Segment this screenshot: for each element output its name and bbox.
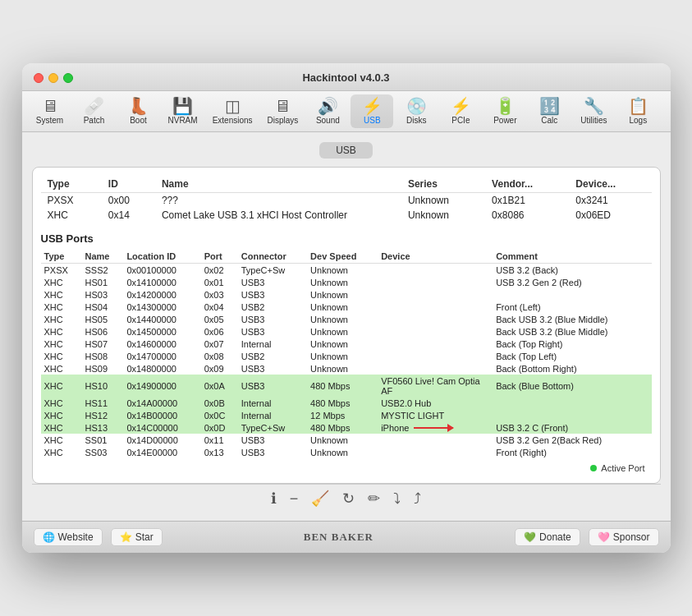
table-row[interactable]: PXSX0x00???Unknown0x1B210x3241 bbox=[41, 193, 652, 209]
refresh-button[interactable]: ↻ bbox=[342, 490, 355, 508]
app-window: Hackintool v4.0.3 🖥 System 🩹 Patch 👢 Boo… bbox=[22, 63, 671, 553]
col-vendor: Vendor... bbox=[485, 176, 569, 193]
minimize-button[interactable] bbox=[48, 73, 58, 83]
list-item[interactable]: XHCHS080x147000000x08USB2UnknownBack (To… bbox=[41, 350, 652, 362]
active-port-label: Active Port bbox=[601, 463, 644, 473]
footer-right: 💚 Donate 🩷 Sponsor bbox=[515, 528, 658, 546]
col-series: Series bbox=[401, 176, 485, 193]
calc-icon: 🔢 bbox=[539, 98, 560, 114]
toolbar: 🖥 System 🩹 Patch 👢 Boot 💾 NVRAM ◫ Extens… bbox=[22, 91, 671, 132]
info-button[interactable]: ℹ bbox=[271, 490, 277, 508]
nvram-icon: 💾 bbox=[172, 98, 193, 114]
col-device: Device... bbox=[569, 176, 651, 193]
toolbar-item-calc[interactable]: 🔢 Calc bbox=[528, 94, 571, 128]
col-device: Device bbox=[378, 250, 493, 264]
list-item[interactable]: XHCHS060x145000000x06USB3UnknownBack USB… bbox=[41, 325, 652, 338]
edit-button[interactable]: ✏ bbox=[368, 490, 380, 508]
list-item[interactable]: XHCHS040x143000000x04USB2UnknownFront (L… bbox=[41, 301, 652, 313]
window-title: Hackintool v4.0.3 bbox=[302, 71, 389, 84]
col-connector: Connector bbox=[238, 250, 307, 264]
donate-button[interactable]: 💚 Donate bbox=[515, 528, 580, 546]
list-item[interactable]: XHCHS090x148000000x09USB3UnknownBack (Bo… bbox=[41, 362, 652, 375]
list-item[interactable]: XHCHS050x144000000x05USB3UnknownBack USB… bbox=[41, 313, 652, 325]
col-type: Type bbox=[41, 250, 82, 264]
toolbar-item-patch[interactable]: 🩹 Patch bbox=[73, 94, 116, 128]
list-item[interactable]: XHCSS030x14E000000x13USB3UnknownFront (R… bbox=[41, 446, 652, 458]
toolbar-item-extensions[interactable]: ◫ Extensions bbox=[206, 94, 259, 128]
toolbar-label-pcie: PCIe bbox=[451, 116, 470, 125]
list-item[interactable]: XHCHS030x142000000x03USB3Unknown bbox=[41, 288, 652, 301]
list-item[interactable]: XHCHS110x14A000000x0BInternal480 MbpsUSB… bbox=[41, 397, 652, 409]
toolbar-label-nvram: NVRAM bbox=[168, 116, 198, 125]
footer: 🌐 Website ⭐ Star BEN BAKER 💚 Donate 🩷 Sp… bbox=[22, 521, 671, 553]
utilities-icon: 🔧 bbox=[584, 98, 604, 114]
patch-icon: 🩹 bbox=[84, 98, 104, 114]
usb-ports-title: USB Ports bbox=[41, 232, 652, 245]
main-panel: Type ID Name Series Vendor... Device... … bbox=[32, 167, 661, 484]
remove-button[interactable]: − bbox=[290, 490, 299, 508]
toolbar-item-displays[interactable]: 🖥 Displays bbox=[261, 94, 305, 128]
toolbar-label-displays: Displays bbox=[268, 116, 299, 125]
toolbar-item-usb[interactable]: ⚡ USB bbox=[351, 94, 393, 128]
toolbar-item-logs[interactable]: 📋 Logs bbox=[616, 94, 659, 128]
toolbar-label-usb: USB bbox=[364, 116, 381, 125]
sponsor-button[interactable]: 🩷 Sponsor bbox=[589, 528, 659, 546]
traffic-lights bbox=[34, 73, 73, 83]
toolbar-label-patch: Patch bbox=[84, 116, 105, 125]
toolbar-label-calc: Calc bbox=[541, 116, 557, 125]
active-port-indicator: Active Port bbox=[41, 458, 652, 475]
footer-left: 🌐 Website ⭐ Star bbox=[34, 528, 163, 546]
maximize-button[interactable] bbox=[63, 73, 73, 83]
extensions-icon: ◫ bbox=[225, 98, 241, 114]
list-item[interactable]: XHCHS010x141000000x01USB3UnknownUSB 3.2 … bbox=[41, 276, 652, 288]
list-item[interactable]: XHCHS130x14C000000x0DTypeC+Sw480 MbpsiPh… bbox=[41, 421, 652, 434]
toolbar-item-power[interactable]: 🔋 Power bbox=[483, 94, 526, 128]
toolbar-item-system[interactable]: 🖥 System bbox=[29, 94, 71, 128]
system-icon: 🖥 bbox=[42, 98, 58, 114]
star-icon: ⭐ bbox=[120, 531, 132, 543]
pcie-icon: ⚡ bbox=[451, 98, 471, 114]
col-comment: Comment bbox=[493, 250, 651, 264]
list-item[interactable]: XHCHS070x146000000x07InternalUnknownBack… bbox=[41, 338, 652, 350]
toolbar-item-sound[interactable]: 🔊 Sound bbox=[306, 94, 349, 128]
toolbar-label-logs: Logs bbox=[630, 116, 648, 125]
toolbar-label-boot: Boot bbox=[130, 116, 147, 125]
toolbar-item-disks[interactable]: 💿 Disks bbox=[395, 94, 438, 128]
donate-label: Donate bbox=[539, 531, 571, 543]
donate-icon: 💚 bbox=[524, 531, 536, 543]
col-speed: Dev Speed bbox=[307, 250, 378, 264]
power-icon: 🔋 bbox=[495, 98, 516, 114]
titlebar: Hackintool v4.0.3 bbox=[22, 63, 671, 91]
toolbar-item-utilities[interactable]: 🔧 Utilities bbox=[572, 94, 615, 128]
list-item[interactable]: XHCHS100x149000000x0AUSB3480 MbpsVF0560 … bbox=[41, 375, 652, 397]
close-button[interactable] bbox=[34, 73, 44, 83]
col-id: ID bbox=[102, 176, 155, 193]
table-row[interactable]: XHC0x14Comet Lake USB 3.1 xHCI Host Cont… bbox=[41, 208, 652, 223]
tab-usb[interactable]: USB bbox=[319, 142, 373, 159]
col-type: Type bbox=[41, 176, 102, 193]
toolbar-label-utilities: Utilities bbox=[580, 116, 607, 125]
import-button[interactable]: ⤵ bbox=[393, 490, 401, 508]
boot-icon: 👢 bbox=[128, 98, 149, 114]
footer-brand: BEN BAKER bbox=[304, 531, 373, 544]
usb-ports-section: USB Ports Type Name Location ID Port Con… bbox=[41, 232, 652, 475]
toolbar-item-pcie[interactable]: ⚡ PCIe bbox=[439, 94, 482, 128]
toolbar-item-boot[interactable]: 👢 Boot bbox=[117, 94, 160, 128]
list-item[interactable]: XHCSS010x14D000000x11USB3UnknownUSB 3.2 … bbox=[41, 434, 652, 446]
col-name: Name bbox=[82, 250, 124, 264]
star-button[interactable]: ⭐ Star bbox=[111, 528, 163, 546]
website-button[interactable]: 🌐 Website bbox=[34, 528, 103, 546]
logs-icon: 📋 bbox=[628, 98, 648, 114]
toolbar-item-nvram[interactable]: 💾 NVRAM bbox=[162, 94, 204, 128]
sponsor-label: Sponsor bbox=[613, 531, 650, 543]
toolbar-label-system: System bbox=[36, 116, 63, 125]
broom-button[interactable]: 🧹 bbox=[311, 490, 329, 508]
list-item[interactable]: PXSXSSS20x001000000x02TypeC+SwUnknownUSB… bbox=[41, 264, 652, 277]
export-button[interactable]: ⤴ bbox=[414, 490, 421, 508]
usb-icon: ⚡ bbox=[362, 98, 383, 114]
tab-header: USB bbox=[32, 142, 661, 159]
disks-icon: 💿 bbox=[406, 98, 427, 114]
list-item[interactable]: XHCHS120x14B000000x0CInternal12 MbpsMYST… bbox=[41, 409, 652, 421]
website-label: Website bbox=[58, 531, 94, 543]
star-label: Star bbox=[135, 531, 154, 543]
